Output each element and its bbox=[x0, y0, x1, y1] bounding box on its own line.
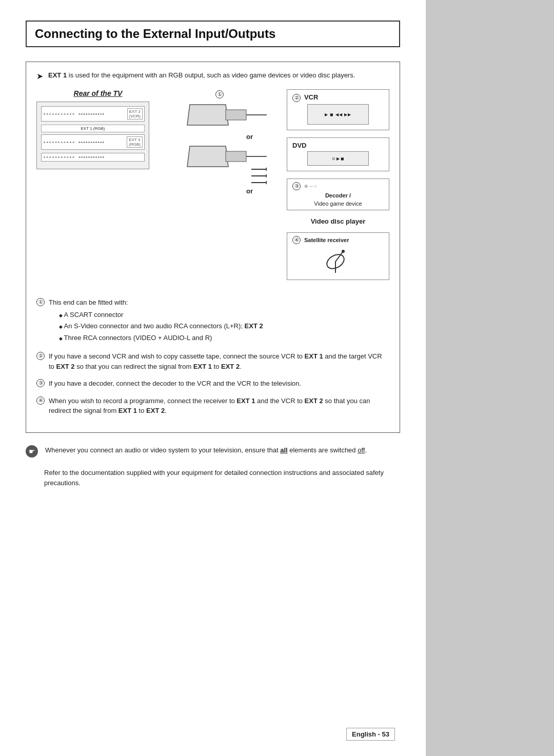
tv-ports-diagram: +++++++++++ +++++++++++ EXT 2(VCR) EXT 1… bbox=[36, 102, 149, 169]
arrow-symbol: ➤ bbox=[36, 71, 43, 81]
warning-text-all: all bbox=[280, 446, 287, 454]
warning-text-2: Refer to the documentation supplied with… bbox=[44, 468, 400, 489]
bullet-1-1: A SCART connector bbox=[59, 310, 263, 320]
satellite-icon bbox=[325, 246, 351, 274]
dvd-body-text: ⊙ ▶ ◼ bbox=[332, 156, 344, 161]
circle-1: ① bbox=[215, 90, 224, 98]
satellite-section: ④ Satellite receiver bbox=[287, 232, 389, 280]
cables-section: ① or bbox=[170, 89, 276, 198]
right-sidebar bbox=[426, 0, 554, 756]
bullet-1-3: Three RCA connectors (VIDEO + AUDIO-L an… bbox=[59, 333, 263, 343]
intro-note: ➤ EXT 1 is used for the equipment with a… bbox=[36, 71, 389, 81]
svg-point-7 bbox=[266, 167, 267, 171]
cables-diagram: ① or bbox=[185, 100, 267, 198]
svg-point-14 bbox=[342, 250, 345, 253]
svg-point-11 bbox=[266, 181, 267, 185]
svg-point-9 bbox=[266, 174, 267, 178]
dvd-label: DVD bbox=[292, 142, 306, 149]
port-row-1: +++++++++++ +++++++++++ EXT 2(VCR) bbox=[41, 106, 145, 122]
num-1: ① bbox=[36, 298, 45, 306]
dvd-section: DVD ⊙ ▶ ◼ bbox=[287, 137, 389, 171]
note-item-4: ④ When you wish to record a programme, c… bbox=[36, 396, 389, 416]
vcr-body-text: ▶ ◼ ◀◀ ▶▶ bbox=[325, 112, 352, 117]
warning-note-section: ☛ Whenever you connect an audio or video… bbox=[26, 445, 400, 457]
num-2: ② bbox=[36, 352, 45, 360]
note-4-content: When you wish to record a programme, con… bbox=[49, 396, 389, 416]
page-footer: English - 53 bbox=[346, 728, 395, 741]
port-dots-1b: +++++++++++ bbox=[78, 112, 104, 116]
vcr-side: ② VCR ▶ ◼ ◀◀ ▶▶ DVD ⊙ ▶ ◼ ③ bbox=[287, 89, 389, 287]
decoder-section: ③ ⊕ ─ ○ Decoder / Video game device bbox=[287, 178, 389, 210]
satellite-label: Satellite receiver bbox=[304, 237, 349, 243]
svg-marker-0 bbox=[187, 105, 228, 125]
warning-text-1c: elements are switched bbox=[288, 446, 358, 454]
warning-text-block: Whenever you connect an audio or video s… bbox=[45, 445, 367, 456]
num-4: ④ bbox=[36, 396, 45, 405]
satellite-header: ④ Satellite receiver bbox=[292, 236, 384, 244]
note-3-content: If you have a decoder, connect the decod… bbox=[49, 379, 301, 389]
decoder-sublabel: Video game device bbox=[292, 201, 384, 207]
intro-rest: is used for the equipment with an RGB ou… bbox=[67, 71, 355, 79]
bullet-1-2: An S-Video connector and two audio RCA c… bbox=[59, 321, 263, 331]
port-dots-4: +++++++++++ bbox=[43, 155, 75, 160]
vcr-num: ② bbox=[292, 94, 301, 102]
page-title-box: Connecting to the External Input/Outputs bbox=[26, 21, 400, 47]
warning-icon: ☛ bbox=[26, 445, 38, 457]
video-disc-section: Video disc player bbox=[287, 217, 389, 225]
port-label-3: EXT 3(RGB) bbox=[127, 136, 143, 148]
vcr-label: VCR bbox=[304, 93, 318, 101]
svg-marker-3 bbox=[187, 146, 228, 167]
footer-text: English - 53 bbox=[352, 730, 389, 738]
dvd-body: ⊙ ▶ ◼ bbox=[307, 151, 369, 166]
or-label-1: or bbox=[246, 133, 267, 141]
port-label-1: EXT 2(VCR) bbox=[127, 108, 143, 120]
rear-tv-section: Rear of the TV +++++++++++ +++++++++++ E… bbox=[36, 89, 160, 169]
page-title: Connecting to the External Input/Outputs bbox=[35, 27, 275, 41]
note-item-3: ③ If you have a decoder, connect the dec… bbox=[36, 379, 389, 389]
port-dots-1: +++++++++++ bbox=[43, 112, 75, 116]
scart-svg-top bbox=[185, 100, 267, 130]
decoder-label: Decoder / bbox=[292, 192, 384, 198]
note-item-1: ① This end can be fitted with: A SCART c… bbox=[36, 297, 389, 344]
num-3: ③ bbox=[36, 379, 45, 387]
hand-icon: ☛ bbox=[29, 446, 35, 457]
note-item-2: ② If you have a second VCR and wish to c… bbox=[36, 351, 389, 371]
note-1-content: This end can be fitted with: A SCART con… bbox=[49, 297, 263, 344]
note-1-main: This end can be fitted with: bbox=[49, 299, 128, 306]
warning-text-off: off bbox=[358, 446, 365, 454]
svg-rect-4 bbox=[226, 151, 246, 162]
note-2-content: If you have a second VCR and wish to cop… bbox=[49, 351, 389, 371]
warning-text-period: . bbox=[365, 446, 367, 454]
vcr-body: ▶ ◼ ◀◀ ▶▶ bbox=[307, 104, 369, 125]
or-label-2: or bbox=[246, 187, 267, 195]
port-label-ext1: EXT 1 (RGB) bbox=[41, 125, 145, 132]
page-content: Connecting to the External Input/Outputs… bbox=[0, 0, 426, 756]
port-row-3: +++++++++++ +++++++++++ EXT 3(RGB) bbox=[41, 134, 145, 150]
port-row-4: +++++++++++ +++++++++++ bbox=[41, 153, 145, 162]
rear-tv-label: Rear of the TV bbox=[36, 89, 160, 97]
satellite-num: ④ bbox=[292, 236, 301, 244]
warning-text-1: Whenever you connect an audio or video s… bbox=[45, 445, 367, 456]
bullet-list-1: A SCART connector An S-Video connector a… bbox=[59, 310, 263, 343]
warning-text-1a: Whenever you connect an audio or video s… bbox=[45, 446, 280, 454]
port-dots-3: +++++++++++ bbox=[43, 140, 75, 145]
decoder-header: ③ ⊕ ─ ○ bbox=[292, 182, 384, 190]
decoder-num: ③ bbox=[292, 182, 301, 190]
scart-svg-bottom bbox=[185, 144, 267, 185]
port-dots-3b: +++++++++++ bbox=[78, 140, 104, 145]
numbered-notes: ① This end can be fitted with: A SCART c… bbox=[36, 297, 389, 416]
intro-bold: EXT 1 bbox=[48, 71, 67, 79]
intro-text: EXT 1 is used for the equipment with an … bbox=[48, 71, 355, 79]
decoder-icon: ⊕ ─ ○ bbox=[304, 184, 317, 189]
port-dots-4b: +++++++++++ bbox=[78, 155, 104, 160]
svg-line-13 bbox=[335, 251, 343, 262]
svg-rect-1 bbox=[226, 110, 246, 120]
vcr-section: ② VCR ▶ ◼ ◀◀ ▶▶ bbox=[287, 89, 389, 130]
video-disc-label: Video disc player bbox=[287, 217, 389, 225]
diagram-area: Rear of the TV +++++++++++ +++++++++++ E… bbox=[36, 89, 389, 287]
main-box: ➤ EXT 1 is used for the equipment with a… bbox=[26, 62, 400, 433]
